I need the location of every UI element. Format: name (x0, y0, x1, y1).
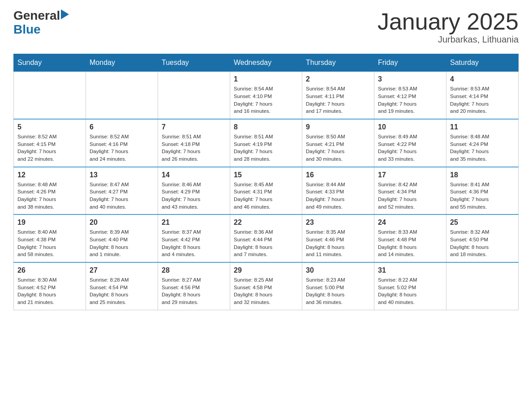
day-info: Sunrise: 8:36 AM Sunset: 4:44 PM Dayligh… (234, 228, 298, 258)
day-info: Sunrise: 8:28 AM Sunset: 4:54 PM Dayligh… (90, 276, 154, 306)
day-number: 21 (162, 218, 226, 227)
calendar-cell (446, 262, 519, 310)
day-number: 13 (90, 171, 154, 179)
day-number: 23 (306, 218, 370, 227)
day-info: Sunrise: 8:51 AM Sunset: 4:19 PM Dayligh… (234, 133, 298, 163)
header-day-thursday: Thursday (302, 54, 374, 72)
day-number: 7 (162, 123, 226, 131)
week-row-1: 1Sunrise: 8:54 AM Sunset: 4:10 PM Daylig… (14, 72, 519, 119)
day-info: Sunrise: 8:48 AM Sunset: 4:26 PM Dayligh… (17, 181, 82, 211)
day-number: 5 (17, 123, 82, 131)
title-block: January 2025 Jurbarkas, Lithuania (378, 9, 519, 45)
calendar-cell: 6Sunrise: 8:52 AM Sunset: 4:16 PM Daylig… (86, 119, 158, 167)
logo-triangle-icon (61, 9, 69, 19)
day-info: Sunrise: 8:25 AM Sunset: 4:58 PM Dayligh… (234, 276, 298, 306)
location-text: Jurbarkas, Lithuania (378, 34, 519, 45)
day-number: 26 (17, 266, 82, 274)
day-info: Sunrise: 8:30 AM Sunset: 4:52 PM Dayligh… (17, 276, 82, 306)
day-info: Sunrise: 8:54 AM Sunset: 4:11 PM Dayligh… (306, 85, 370, 115)
day-number: 16 (306, 171, 370, 179)
day-number: 9 (306, 123, 370, 131)
day-info: Sunrise: 8:32 AM Sunset: 4:50 PM Dayligh… (450, 228, 515, 258)
day-info: Sunrise: 8:53 AM Sunset: 4:14 PM Dayligh… (450, 85, 515, 115)
day-info: Sunrise: 8:54 AM Sunset: 4:10 PM Dayligh… (234, 85, 298, 115)
day-info: Sunrise: 8:46 AM Sunset: 4:29 PM Dayligh… (162, 181, 226, 211)
day-info: Sunrise: 8:39 AM Sunset: 4:40 PM Dayligh… (90, 228, 154, 258)
day-info: Sunrise: 8:42 AM Sunset: 4:34 PM Dayligh… (378, 181, 442, 211)
day-number: 17 (378, 171, 442, 179)
calendar-cell: 4Sunrise: 8:53 AM Sunset: 4:14 PM Daylig… (446, 72, 519, 119)
calendar-cell: 21Sunrise: 8:37 AM Sunset: 4:42 PM Dayli… (158, 214, 230, 262)
day-number: 24 (378, 218, 442, 227)
day-number: 2 (306, 75, 370, 83)
day-number: 25 (450, 218, 515, 227)
logo-blue-text: Blue (13, 23, 69, 37)
calendar-table: SundayMondayTuesdayWednesdayThursdayFrid… (13, 54, 519, 310)
calendar-cell: 16Sunrise: 8:44 AM Sunset: 4:33 PM Dayli… (302, 167, 374, 215)
day-info: Sunrise: 8:35 AM Sunset: 4:46 PM Dayligh… (306, 228, 370, 258)
day-number: 3 (378, 75, 442, 83)
day-number: 19 (17, 218, 82, 227)
calendar-cell: 1Sunrise: 8:54 AM Sunset: 4:10 PM Daylig… (230, 72, 302, 119)
calendar-cell: 23Sunrise: 8:35 AM Sunset: 4:46 PM Dayli… (302, 214, 374, 262)
day-info: Sunrise: 8:52 AM Sunset: 4:15 PM Dayligh… (17, 133, 82, 163)
day-info: Sunrise: 8:52 AM Sunset: 4:16 PM Dayligh… (90, 133, 154, 163)
day-number: 28 (162, 266, 226, 274)
calendar-header: SundayMondayTuesdayWednesdayThursdayFrid… (14, 54, 519, 72)
svg-marker-0 (61, 9, 69, 19)
calendar-cell: 28Sunrise: 8:27 AM Sunset: 4:56 PM Dayli… (158, 262, 230, 310)
day-info: Sunrise: 8:45 AM Sunset: 4:31 PM Dayligh… (234, 181, 298, 211)
calendar-cell: 24Sunrise: 8:33 AM Sunset: 4:48 PM Dayli… (374, 214, 446, 262)
calendar-cell: 3Sunrise: 8:53 AM Sunset: 4:12 PM Daylig… (374, 72, 446, 119)
calendar-body: 1Sunrise: 8:54 AM Sunset: 4:10 PM Daylig… (14, 72, 519, 310)
calendar-cell: 8Sunrise: 8:51 AM Sunset: 4:19 PM Daylig… (230, 119, 302, 167)
day-number: 18 (450, 171, 515, 179)
day-info: Sunrise: 8:50 AM Sunset: 4:21 PM Dayligh… (306, 133, 370, 163)
week-row-4: 19Sunrise: 8:40 AM Sunset: 4:38 PM Dayli… (14, 214, 519, 262)
calendar-cell: 2Sunrise: 8:54 AM Sunset: 4:11 PM Daylig… (302, 72, 374, 119)
day-info: Sunrise: 8:37 AM Sunset: 4:42 PM Dayligh… (162, 228, 226, 258)
day-info: Sunrise: 8:40 AM Sunset: 4:38 PM Dayligh… (17, 228, 82, 258)
logo-general-text: General (13, 9, 60, 23)
calendar-cell: 15Sunrise: 8:45 AM Sunset: 4:31 PM Dayli… (230, 167, 302, 215)
header-day-sunday: Sunday (14, 54, 86, 72)
calendar-cell: 18Sunrise: 8:41 AM Sunset: 4:36 PM Dayli… (446, 167, 519, 215)
day-number: 27 (90, 266, 154, 274)
day-number: 14 (162, 171, 226, 179)
calendar-cell: 9Sunrise: 8:50 AM Sunset: 4:21 PM Daylig… (302, 119, 374, 167)
header-row: SundayMondayTuesdayWednesdayThursdayFrid… (14, 54, 519, 72)
calendar-cell: 10Sunrise: 8:49 AM Sunset: 4:22 PM Dayli… (374, 119, 446, 167)
day-number: 1 (234, 75, 298, 83)
calendar-cell (158, 72, 230, 119)
calendar-cell: 7Sunrise: 8:51 AM Sunset: 4:18 PM Daylig… (158, 119, 230, 167)
calendar-cell (86, 72, 158, 119)
week-row-5: 26Sunrise: 8:30 AM Sunset: 4:52 PM Dayli… (14, 262, 519, 310)
calendar-cell: 5Sunrise: 8:52 AM Sunset: 4:15 PM Daylig… (14, 119, 86, 167)
header-day-tuesday: Tuesday (158, 54, 230, 72)
day-info: Sunrise: 8:41 AM Sunset: 4:36 PM Dayligh… (450, 181, 515, 211)
day-number: 31 (378, 266, 442, 274)
header-day-monday: Monday (86, 54, 158, 72)
day-number: 29 (234, 266, 298, 274)
calendar-cell: 12Sunrise: 8:48 AM Sunset: 4:26 PM Dayli… (14, 167, 86, 215)
calendar-cell: 30Sunrise: 8:23 AM Sunset: 5:00 PM Dayli… (302, 262, 374, 310)
calendar-cell: 17Sunrise: 8:42 AM Sunset: 4:34 PM Dayli… (374, 167, 446, 215)
calendar-cell: 26Sunrise: 8:30 AM Sunset: 4:52 PM Dayli… (14, 262, 86, 310)
day-info: Sunrise: 8:22 AM Sunset: 5:02 PM Dayligh… (378, 276, 442, 306)
calendar-cell: 13Sunrise: 8:47 AM Sunset: 4:27 PM Dayli… (86, 167, 158, 215)
day-number: 10 (378, 123, 442, 131)
calendar-cell: 29Sunrise: 8:25 AM Sunset: 4:58 PM Dayli… (230, 262, 302, 310)
calendar-cell: 22Sunrise: 8:36 AM Sunset: 4:44 PM Dayli… (230, 214, 302, 262)
calendar-cell: 27Sunrise: 8:28 AM Sunset: 4:54 PM Dayli… (86, 262, 158, 310)
day-number: 11 (450, 123, 515, 131)
header-day-saturday: Saturday (446, 54, 519, 72)
day-info: Sunrise: 8:33 AM Sunset: 4:48 PM Dayligh… (378, 228, 442, 258)
header-day-wednesday: Wednesday (230, 54, 302, 72)
day-number: 15 (234, 171, 298, 179)
header-day-friday: Friday (374, 54, 446, 72)
day-number: 20 (90, 218, 154, 227)
day-number: 8 (234, 123, 298, 131)
day-number: 30 (306, 266, 370, 274)
day-info: Sunrise: 8:51 AM Sunset: 4:18 PM Dayligh… (162, 133, 226, 163)
day-info: Sunrise: 8:48 AM Sunset: 4:24 PM Dayligh… (450, 133, 515, 163)
